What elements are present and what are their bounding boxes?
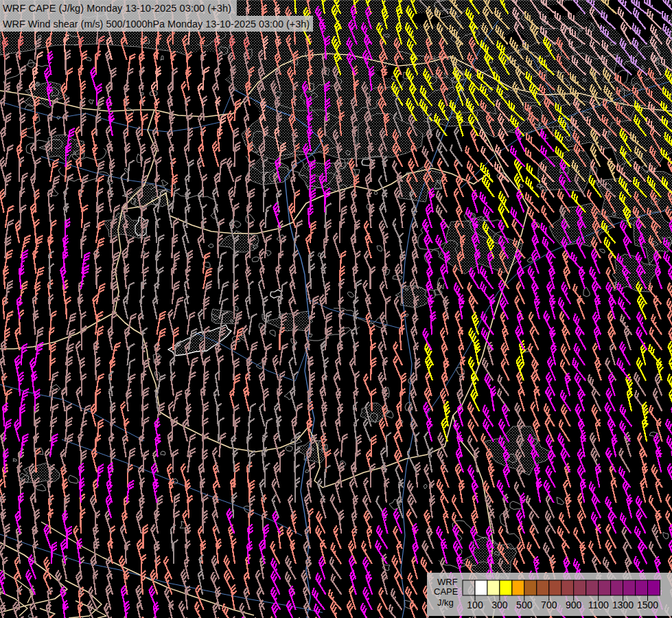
svg-text:1500: 1500 (637, 599, 658, 610)
svg-text:1300: 1300 (612, 599, 634, 610)
svg-text:1100: 1100 (588, 599, 609, 610)
svg-text:CAPE: CAPE (434, 586, 459, 597)
svg-text:WRF CAPE (J/kg) Monday 13-10-2: WRF CAPE (J/kg) Monday 13-10-2025 03:00 … (3, 2, 231, 14)
svg-text:900: 900 (566, 599, 582, 610)
svg-text:500: 500 (516, 599, 533, 610)
svg-text:J/kg: J/kg (437, 597, 454, 608)
svg-text:WRF Wind shear (m/s) 500/1000h: WRF Wind shear (m/s) 500/1000hPa Monday … (3, 18, 310, 30)
svg-text:300: 300 (491, 599, 508, 610)
svg-text:700: 700 (541, 599, 557, 610)
svg-text:100: 100 (467, 599, 483, 610)
svg-text:WRF: WRF (437, 577, 458, 587)
